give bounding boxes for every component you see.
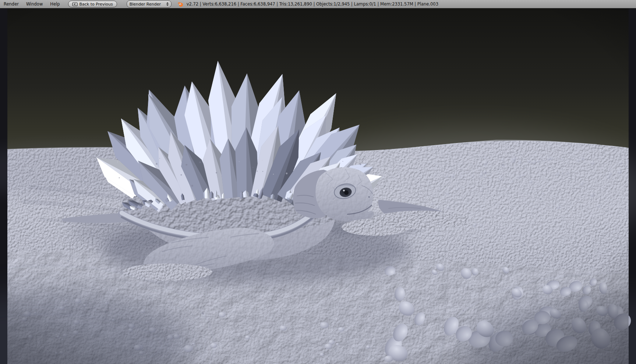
header-bar: Render Window Help Back to Previous Blen… <box>0 0 636 8</box>
viewport-3d[interactable] <box>0 8 636 364</box>
back-button-label: Back to Previous <box>80 2 113 7</box>
vignette <box>7 8 629 364</box>
header-menus: Render Window Help <box>4 1 60 7</box>
back-to-previous-button[interactable]: Back to Previous <box>68 1 117 7</box>
menu-render[interactable]: Render <box>4 1 19 7</box>
dropdown-arrows-icon <box>166 2 169 6</box>
menu-help[interactable]: Help <box>50 1 60 7</box>
render-engine-label: Blender Render <box>130 2 161 7</box>
blender-logo-icon <box>177 1 184 7</box>
back-icon <box>72 2 78 6</box>
menu-window[interactable]: Window <box>26 1 43 7</box>
render-engine-dropdown[interactable]: Blender Render <box>127 0 172 8</box>
scene-stats: v2.72 | Verts:6,638,216 | Faces:6,638,94… <box>187 1 438 7</box>
